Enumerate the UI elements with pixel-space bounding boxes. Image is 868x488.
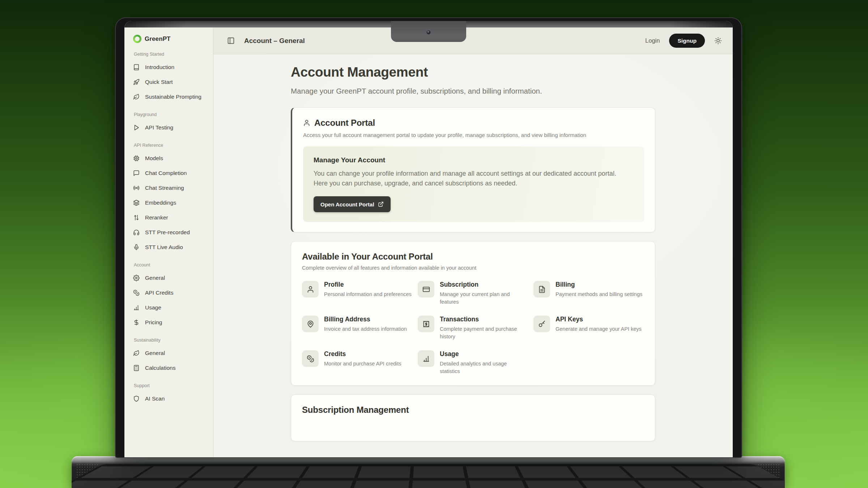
sidebar-item-label: Sustainable Prompting	[145, 94, 201, 100]
feature-title: Credits	[324, 350, 401, 358]
page-subheading: Manage your GreenPT account profile, sub…	[291, 87, 655, 95]
account-portal-description: Access your full account management port…	[303, 132, 644, 138]
feature-description: Generate and manage your API keys	[556, 325, 642, 333]
sidebar-item-pricing[interactable]: Pricing	[133, 315, 209, 330]
sidebar-item-label: Pricing	[145, 319, 162, 326]
cpu-icon	[133, 155, 140, 162]
sidebar-item-label: Models	[145, 155, 163, 162]
feature-subscription: SubscriptionManage your current plan and…	[418, 281, 528, 306]
theme-toggle-button[interactable]	[714, 37, 722, 44]
sidebar-section-label: Account	[134, 262, 209, 267]
brand-logo[interactable]: GreenPT	[133, 35, 209, 43]
sidebar-section-playground: PlaygroundAPI Testing	[133, 112, 209, 135]
feature-profile: ProfilePersonal information and preferen…	[302, 281, 413, 306]
feature-credits: CreditsMonitor and purchase API credits	[302, 350, 413, 375]
map-pin-icon	[302, 316, 319, 332]
feature-api-keys: API KeysGenerate and manage your API key…	[533, 316, 644, 341]
camera-notch	[391, 21, 466, 42]
feature-transactions: TransactionsComplete payment and purchas…	[418, 316, 528, 341]
bar-chart-icon	[418, 350, 434, 367]
shield-icon	[133, 395, 140, 402]
leaf-icon	[133, 350, 140, 356]
rocket-icon	[133, 79, 140, 85]
radio-icon	[133, 185, 140, 191]
sidebar-item-general[interactable]: General	[133, 270, 209, 285]
main-content: Account Management Manage your GreenPT a…	[213, 54, 733, 457]
sidebar-item-label: AI Scan	[145, 395, 165, 402]
sidebar-item-usage[interactable]: Usage	[133, 300, 209, 315]
sidebar-item-label: STT Pre-recorded	[145, 229, 190, 236]
sidebar-item-embeddings[interactable]: Embeddings	[133, 195, 209, 210]
features-grid: ProfilePersonal information and preferen…	[302, 281, 644, 375]
sidebar-item-chat-completion[interactable]: Chat Completion	[133, 166, 209, 180]
feature-billing: BillingPayment methods and billing setti…	[533, 281, 644, 306]
keyboard	[72, 464, 785, 488]
sidebar-item-api-testing[interactable]: API Testing	[133, 120, 209, 135]
feature-title: Usage	[440, 350, 528, 358]
page-title: Account – General	[244, 37, 305, 45]
page-heading: Account Management	[291, 65, 655, 80]
sidebar-item-sustainable-prompting[interactable]: Sustainable Prompting	[133, 89, 209, 104]
sidebar-section-api-reference: API ReferenceModelsChat CompletionChat S…	[133, 143, 209, 254]
login-link[interactable]: Login	[645, 37, 660, 44]
sidebar-toggle-button[interactable]	[227, 37, 235, 44]
feature-usage: UsageDetailed analytics and usage statis…	[418, 350, 528, 375]
sidebar-item-calculations[interactable]: Calculations	[133, 360, 209, 375]
file-text-icon	[533, 281, 550, 297]
sidebar-item-models[interactable]: Models	[133, 151, 209, 166]
sidebar-section-label: API Reference	[134, 143, 209, 148]
play-icon	[133, 124, 140, 131]
features-card-title: Available in Your Account Portal	[302, 252, 644, 262]
feature-description: Invoice and tax address information	[324, 325, 407, 333]
manage-account-title: Manage Your Account	[314, 156, 634, 164]
open-account-portal-label: Open Account Portal	[320, 201, 374, 207]
sidebar-item-introduction[interactable]: Introduction	[133, 60, 209, 74]
manage-account-panel: Manage Your Account You can change your …	[303, 146, 644, 222]
sidebar-section-label: Sustainability	[134, 338, 209, 343]
laptop-base	[72, 456, 785, 488]
arrow-up-down-icon	[133, 214, 140, 221]
laptop-screen: GreenPT Getting StartedIntroductionQuick…	[115, 17, 742, 458]
sidebar-item-label: STT Live Audio	[145, 244, 183, 251]
feature-description: Manage your current plan and features	[440, 291, 528, 306]
user-icon	[302, 281, 319, 297]
sidebar-section-label: Getting Started	[134, 52, 209, 57]
dollar-sign-icon	[133, 319, 140, 326]
feature-title: Billing Address	[324, 316, 407, 323]
sidebar: GreenPT Getting StartedIntroductionQuick…	[124, 27, 213, 457]
open-account-portal-button[interactable]: Open Account Portal	[314, 196, 391, 212]
brand-logo-icon	[133, 35, 141, 43]
feature-description: Personal information and preferences	[324, 291, 412, 298]
signup-button[interactable]: Signup	[669, 34, 705, 48]
feature-description: Payment methods and billing settings	[556, 291, 642, 298]
sidebar-item-label: Usage	[145, 304, 161, 311]
settings-icon	[133, 275, 140, 281]
sidebar-item-stt-live-audio[interactable]: STT Live Audio	[133, 240, 209, 254]
sidebar-item-label: General	[145, 350, 165, 356]
sidebar-item-label: API Testing	[145, 124, 173, 131]
feature-description: Complete payment and purchase history	[440, 325, 528, 341]
sidebar-item-chat-streaming[interactable]: Chat Streaming	[133, 180, 209, 195]
sidebar-item-label: Chat Streaming	[145, 185, 184, 191]
sidebar-item-stt-pre-recorded[interactable]: STT Pre-recorded	[133, 225, 209, 240]
sidebar-item-label: Chat Completion	[145, 170, 187, 176]
account-portal-title: Account Portal	[314, 118, 375, 128]
main-column: Account – General Login Signup Account M…	[213, 27, 733, 457]
camera-icon	[427, 30, 431, 34]
sidebar-item-quick-start[interactable]: Quick Start	[133, 74, 209, 89]
sidebar-section-support: SupportAI Scan	[133, 383, 209, 406]
feature-title: Profile	[324, 281, 412, 288]
sidebar-item-label: Introduction	[145, 64, 174, 70]
coins-icon	[133, 290, 140, 296]
sidebar-item-general[interactable]: General	[133, 346, 209, 360]
content-container: Account Management Manage your GreenPT a…	[291, 54, 655, 441]
user-icon	[303, 119, 310, 127]
sidebar-item-api-credits[interactable]: API Credits	[133, 285, 209, 300]
feature-description: Monitor and purchase API credits	[324, 360, 401, 368]
sidebar-item-reranker[interactable]: Reranker	[133, 210, 209, 225]
leaf-icon	[133, 94, 140, 100]
feature-title: API Keys	[556, 316, 642, 323]
sidebar-item-label: API Credits	[145, 290, 173, 296]
sidebar-item-ai-scan[interactable]: AI Scan	[133, 391, 209, 406]
feature-title: Subscription	[440, 281, 528, 288]
